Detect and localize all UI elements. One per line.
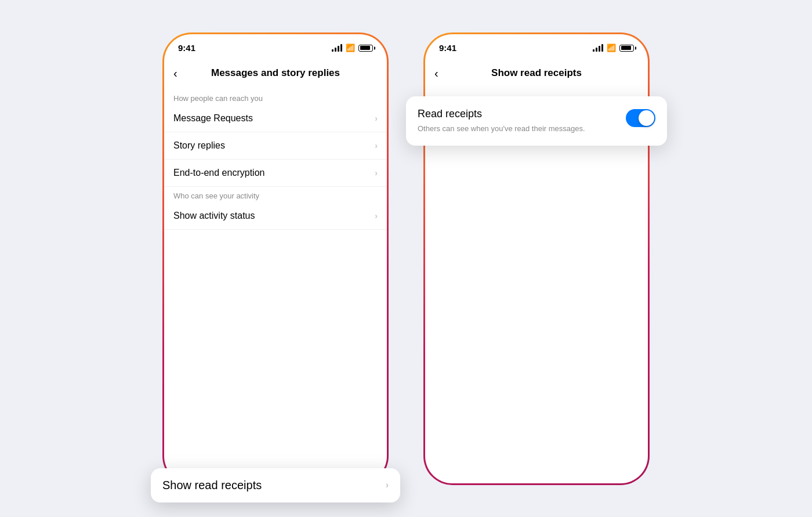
left-item-label-encryption: End-to-end encryption [173,168,264,178]
right-wifi-icon: 📶 [607,44,616,52]
left-floating-card[interactable]: Show read receipts › [151,468,400,502]
left-phone-screen: 9:41 📶 [164,34,387,483]
left-list-item-encryption[interactable]: End-to-end encryption › [164,160,387,187]
right-back-button[interactable]: ‹ [434,64,443,82]
read-receipts-subtitle: Others can see when you've read their me… [418,124,617,134]
read-receipts-toggle[interactable] [626,109,655,127]
left-back-button[interactable]: ‹ [173,64,182,82]
left-nav-title: Messages and story replies [211,67,340,79]
left-item-label-story-replies: Story replies [173,140,225,151]
left-item-label-message-requests: Message Requests [173,113,253,124]
left-phone-frame: 9:41 📶 [162,32,389,485]
right-signal-icon [593,44,603,52]
right-status-icons: 📶 [593,44,634,52]
toggle-knob [639,110,654,126]
right-nav-title: Show read receipts [491,67,582,79]
right-nav-header: ‹ Show read receipts [425,60,648,89]
left-chevron-encryption: › [375,168,378,178]
read-receipts-content: Read receipts Others can see when you've… [418,108,617,134]
left-status-icons: 📶 [332,44,373,52]
left-floating-card-text: Show read receipts [162,479,262,492]
left-list-item-activity-status[interactable]: Show activity status › [164,203,387,230]
left-list-item-message-requests[interactable]: Message Requests › [164,105,387,132]
left-list-item-story-replies[interactable]: Story replies › [164,132,387,160]
read-receipts-card: Read receipts Others can see when you've… [406,96,667,146]
left-status-time: 9:41 [178,43,195,53]
right-status-time: 9:41 [439,43,456,53]
main-container: 9:41 📶 [139,9,673,508]
read-receipts-title: Read receipts [418,108,617,120]
left-battery-icon [358,45,373,52]
left-phone-wrapper: 9:41 📶 [162,32,389,485]
left-chevron-story-replies: › [375,141,378,150]
left-signal-icon [332,44,342,52]
left-status-bar: 9:41 📶 [164,34,387,60]
left-chevron-message-requests: › [375,114,378,123]
left-nav-header: ‹ Messages and story replies [164,60,387,89]
left-section2-header: Who can see your activity [164,187,387,203]
right-battery-icon [619,45,634,52]
left-section1-header: How people can reach you [164,89,387,105]
left-chevron-activity-status: › [375,211,378,220]
left-floating-card-chevron: › [386,480,389,490]
left-wifi-icon: 📶 [346,44,355,52]
left-item-label-activity-status: Show activity status [173,211,255,221]
right-phone-wrapper: 9:41 📶 [423,32,650,485]
right-status-bar: 9:41 📶 [425,34,648,60]
